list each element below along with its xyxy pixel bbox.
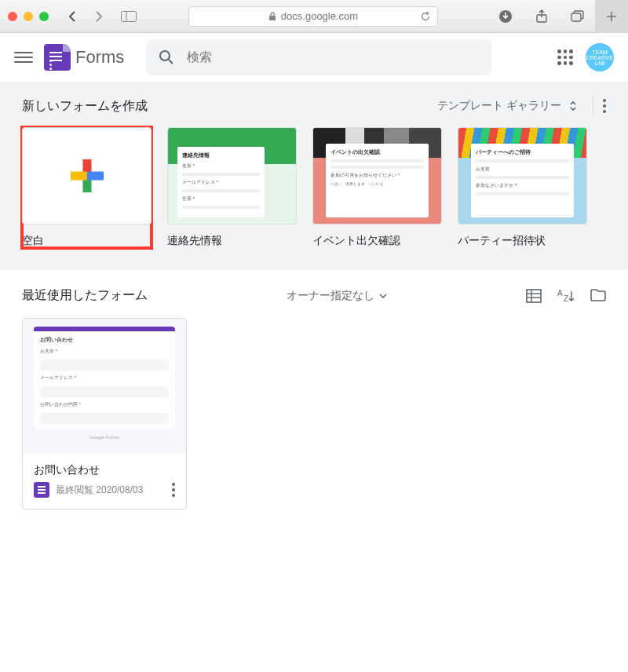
chevron-down-icon: [379, 294, 387, 298]
forms-logo[interactable]: Forms: [44, 44, 124, 71]
templates-more-button[interactable]: [603, 99, 606, 113]
templates-section: 新しいフォームを作成 テンプレート ギャラリー 空白 連絡先情報名前 *メールア…: [0, 82, 628, 270]
templates-heading: 新しいフォームを作成: [22, 98, 148, 115]
recent-form-date: 最終閲覧 2020/08/03: [56, 484, 143, 497]
owner-filter-label: オーナー指定なし: [287, 289, 374, 303]
template-contact-info[interactable]: 連絡先情報名前 *メールアドレス *住所 * 連絡先情報: [167, 127, 297, 248]
svg-text:Z: Z: [564, 294, 568, 303]
sidebar-toggle-button[interactable]: [116, 6, 141, 27]
svg-rect-9: [527, 290, 541, 302]
google-apps-button[interactable]: [557, 49, 573, 65]
blank-thumbnail: [22, 127, 152, 225]
expand-icon: [569, 100, 577, 111]
template-label: 連絡先情報: [167, 234, 297, 248]
search-input[interactable]: [187, 50, 479, 64]
list-view-button[interactable]: [526, 289, 542, 303]
recent-thumbnail: お問い合わせ お名前 * メールアドレス * お問い合わせ内容 * Google…: [23, 319, 186, 454]
forward-button[interactable]: [86, 6, 111, 27]
sort-button[interactable]: AZ: [557, 289, 575, 303]
fullscreen-window-button[interactable]: [39, 12, 49, 21]
owner-filter-dropdown[interactable]: オーナー指定なし: [287, 289, 387, 303]
svg-rect-6: [571, 13, 581, 21]
svg-rect-0: [122, 11, 137, 21]
template-thumbnail: イベントの出欠確認参加の可否をお知らせください *○ はい、出席します ○ いい…: [312, 127, 442, 225]
app-header: Forms TEAM CREATIVE LAB: [0, 33, 628, 82]
lock-icon: [268, 12, 276, 21]
app-name: Forms: [75, 47, 124, 68]
main-menu-button[interactable]: [14, 48, 33, 67]
template-blank[interactable]: 空白: [22, 127, 152, 248]
recent-section: 最近使用したフォーム オーナー指定なし AZ お問い合わせ お名前 * メールア…: [0, 270, 628, 527]
search-icon: [159, 49, 174, 65]
recent-heading: 最近使用したフォーム: [22, 287, 148, 304]
template-party-invite[interactable]: パーティーへのご招待お名前参加なさいますか？ パーティー招待状: [458, 127, 587, 248]
recent-form-name: お問い合わせ: [34, 463, 175, 477]
recent-form-card[interactable]: お問い合わせ お名前 * メールアドレス * お問い合わせ内容 * Google…: [22, 318, 187, 509]
search-bar[interactable]: [146, 39, 491, 75]
window-controls: [8, 12, 49, 21]
share-button[interactable]: [529, 6, 554, 27]
nav-arrows: [60, 6, 111, 27]
svg-rect-2: [269, 16, 276, 20]
back-button[interactable]: [60, 6, 85, 27]
url-text: docs.google.com: [281, 10, 358, 22]
template-label: イベント出欠確認: [312, 234, 442, 248]
template-thumbnail: パーティーへのご招待お名前参加なさいますか？: [458, 127, 587, 225]
svg-line-8: [169, 60, 173, 64]
svg-text:A: A: [557, 289, 563, 298]
account-avatar[interactable]: TEAM CREATIVE LAB: [586, 43, 614, 71]
forms-icon: [44, 44, 71, 71]
browser-toolbar: docs.google.com: [0, 0, 628, 33]
template-thumbnail: 連絡先情報名前 *メールアドレス *住所 *: [167, 127, 297, 225]
address-bar[interactable]: docs.google.com: [188, 6, 438, 27]
template-label: 空白: [22, 234, 152, 248]
new-tab-button[interactable]: [595, 0, 628, 33]
tabs-button[interactable]: [565, 6, 590, 27]
minimize-window-button[interactable]: [24, 12, 33, 21]
template-event-rsvp[interactable]: イベントの出欠確認参加の可否をお知らせください *○ はい、出席します ○ いい…: [312, 127, 442, 248]
template-gallery-toggle[interactable]: テンプレート ギャラリー: [431, 96, 583, 116]
template-label: パーティー招待状: [458, 234, 587, 248]
reload-button[interactable]: [420, 11, 431, 22]
downloads-button[interactable]: [493, 6, 518, 27]
open-folder-button[interactable]: [590, 289, 606, 303]
forms-file-icon: [34, 482, 49, 498]
browser-actions: [493, 6, 590, 27]
gallery-label: テンプレート ギャラリー: [437, 99, 561, 113]
close-window-button[interactable]: [8, 12, 17, 21]
recent-card-more-button[interactable]: [172, 483, 175, 497]
svg-point-7: [160, 51, 170, 60]
